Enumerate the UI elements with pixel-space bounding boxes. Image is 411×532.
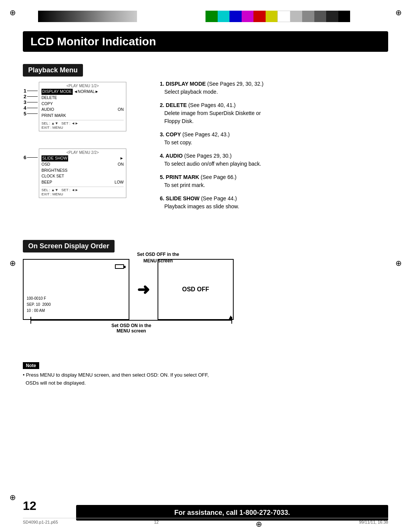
line-label-4: 4 bbox=[24, 105, 38, 110]
menu-box-2: <PLAY MENU 2/2> SLIDE SHOW ► OSDON BRIGH… bbox=[39, 149, 126, 198]
menu-item-slideshow: SLIDE SHOW ► bbox=[41, 155, 124, 161]
note-section: Note • Press MENU to display MENU screen… bbox=[23, 362, 388, 387]
menu-item-osd: OSDON bbox=[41, 161, 124, 168]
menu-item-display-mode: DISPLAY MODE ◄NORMAL► bbox=[41, 89, 124, 95]
color-magenta bbox=[242, 11, 254, 22]
page-title-bar: LCD Monitor Indication bbox=[23, 31, 388, 52]
osd-diagram: Set OSD OFF in theMENU screen 100-0010 F… bbox=[23, 259, 388, 320]
menu-item-beep: BEEPLOW bbox=[41, 179, 124, 185]
color-gray bbox=[302, 11, 314, 22]
color-cyan bbox=[218, 11, 230, 22]
menu-item-delete: DELETE bbox=[41, 95, 124, 101]
instruction-5: 5. PRINT MARK (See Page 66.) To set prin… bbox=[160, 173, 388, 189]
instruction-items: 1. DISPLAY MODE (See Pages 29, 30, 32.) … bbox=[160, 80, 388, 211]
line-label-2: 2 bbox=[24, 94, 38, 99]
line-label-1: 1 bbox=[24, 88, 38, 93]
color-green bbox=[206, 11, 218, 22]
osd-off-label: OSD OFF bbox=[182, 286, 209, 293]
footer-info: SD4090.p1-21.p65 12 99/11/11, 16:38 bbox=[23, 518, 388, 528]
registration-mark-footer bbox=[255, 520, 263, 528]
line-label-5: 5 bbox=[24, 111, 38, 116]
color-nearblack bbox=[326, 11, 338, 22]
color-blue bbox=[229, 11, 242, 22]
arrow-right-icon: ➜ bbox=[137, 281, 150, 298]
menu-box-1-title: <PLAY MENU 1/2> bbox=[41, 84, 124, 88]
note-text: • Press MENU to display MENU screen, and… bbox=[23, 371, 388, 387]
footer-right: 99/11/11, 16:38 bbox=[359, 520, 388, 528]
osd-flow: 100-0010 F SEP. 10 2000 10 : 00 AM ➜ OSD… bbox=[23, 259, 388, 320]
menu-footer-1: SEL : ▲▼ SET : ◄►EXIT : MENU bbox=[41, 120, 124, 129]
osd-label-set-on: Set OSD ON in theMENU screen bbox=[112, 323, 151, 334]
line-label-6: 6 bbox=[24, 155, 38, 160]
color-lightgray bbox=[290, 11, 303, 22]
color-red bbox=[253, 11, 266, 22]
registration-mark-mid-left bbox=[8, 259, 17, 267]
menu-footer-2: SEL : ▲▼ SET : ◄►EXIT : MENU bbox=[41, 187, 124, 196]
gradient-bar bbox=[38, 11, 137, 22]
osd-screen-on: 100-0010 F SEP. 10 2000 10 : 00 AM bbox=[23, 259, 129, 320]
instruction-4: 4. AUDIO (See Pages 29, 30.) To select a… bbox=[160, 152, 388, 168]
page-number: 12 bbox=[23, 499, 37, 513]
osd-screen-text: 100-0010 F SEP. 10 2000 10 : 00 AM bbox=[27, 296, 51, 314]
menu-item-clock-set: CLOCK SET bbox=[41, 173, 124, 179]
registration-mark-top-left bbox=[8, 8, 17, 17]
registration-mark-bottom-left bbox=[8, 493, 17, 502]
instruction-3: 3. COPY (See Pages 42, 43.) To set copy. bbox=[160, 131, 388, 147]
osd-screen-off: OSD OFF bbox=[158, 259, 234, 320]
osd-loop-arrow: ▲ Set OSD ON in theMENU screen bbox=[23, 320, 240, 334]
menu-item-brightness: BRIGHTNESS bbox=[41, 168, 124, 174]
color-yellow bbox=[266, 11, 278, 22]
osd-heading: On Screen Display Order bbox=[23, 240, 115, 252]
instructions-list: 1. DISPLAY MODE (See Pages 29, 30, 32.) … bbox=[160, 80, 388, 216]
menu-item-copy: COPY bbox=[41, 101, 124, 107]
osd-label-set-off: Set OSD OFF in theMENU screen bbox=[137, 251, 179, 264]
footer-center: 12 bbox=[154, 520, 159, 528]
color-darkgray bbox=[314, 11, 327, 22]
instruction-2: 2. DELETE (See Pages 40, 41.) Delete ima… bbox=[160, 101, 388, 125]
menu-box-1: <PLAY MENU 1/2> DISPLAY MODE ◄NORMAL► DE… bbox=[39, 82, 126, 131]
menu-item-print-mark: PRINT MARK bbox=[41, 113, 124, 119]
instruction-6: 6. SLIDE SHOW (See Page 44.) Playback im… bbox=[160, 195, 388, 211]
page-title: LCD Monitor Indication bbox=[30, 35, 381, 48]
registration-mark-mid-right bbox=[394, 259, 403, 267]
menu-item-audio: AUDIOON bbox=[41, 107, 124, 113]
menu-box-2-title: <PLAY MENU 2/2> bbox=[41, 150, 124, 155]
registration-mark-top-right bbox=[394, 8, 403, 17]
color-bar bbox=[206, 11, 350, 22]
color-black2 bbox=[338, 11, 350, 22]
footer-left: SD4090.p1-21.p65 bbox=[23, 520, 58, 528]
battery-icon bbox=[115, 264, 124, 269]
color-white bbox=[277, 11, 290, 22]
note-heading: Note bbox=[23, 362, 39, 369]
instruction-1: 1. DISPLAY MODE (See Pages 29, 30, 32.) … bbox=[160, 80, 388, 96]
line-label-3: 3 bbox=[24, 99, 38, 105]
playback-menu-heading: Playback Menu bbox=[23, 64, 83, 77]
osd-section: On Screen Display Order bbox=[23, 240, 115, 252]
